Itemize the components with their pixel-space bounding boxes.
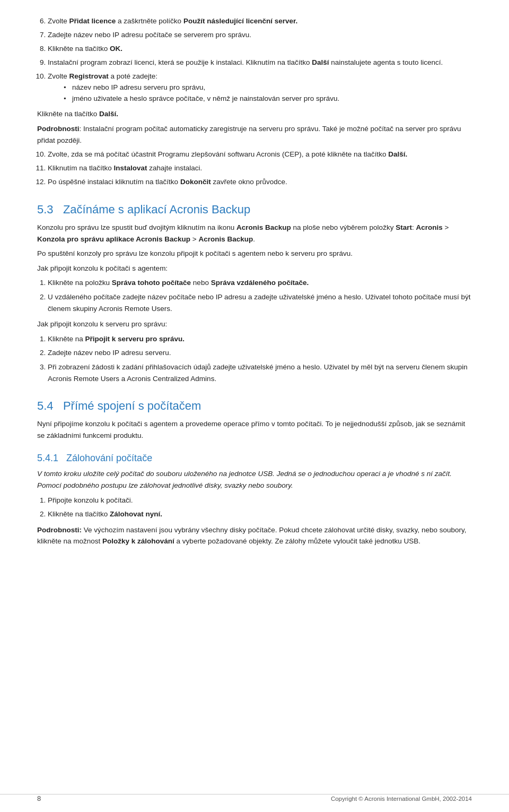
backup-step-1: Připojte konzolu k počítači. xyxy=(48,495,472,506)
bold-text: Použít následující licenční server. xyxy=(183,17,297,25)
list-item-6: Zvolte Přidat licence a zaškrtněte políč… xyxy=(48,16,472,27)
section-5-3-para-2: Po spuštění konzoly pro správu lze konzo… xyxy=(37,248,472,260)
main-numbered-list: Zvolte Přidat licence a zaškrtněte políč… xyxy=(48,16,472,104)
bold-text: Dokončit xyxy=(180,178,211,186)
section-5-3-connect-server-label: Jak připojit konzolu k serveru pro správ… xyxy=(37,318,472,330)
bold-text: Instalovat xyxy=(114,164,147,172)
section-5-3-para-1: Konzolu pro správu lze spustit buď dvoji… xyxy=(37,222,472,245)
connect-server-step-3: Při zobrazení žádosti k zadání přihlašov… xyxy=(48,361,472,384)
bold-text: Registrovat xyxy=(69,72,109,80)
list-item-10b: Zvolte, zda se má počítač účastnit Progr… xyxy=(48,149,472,160)
bullet-item: jméno uživatele a heslo správce počítače… xyxy=(64,93,472,105)
connect-agent-step-2: U vzdáleného počítače zadejte název počí… xyxy=(48,291,472,314)
connect-server-step-1: Klikněte na Připojit k serveru pro správ… xyxy=(48,333,472,345)
page-number: 8 xyxy=(37,794,41,802)
bold-text: Přidat licence xyxy=(69,17,116,25)
bullet-sublist: název nebo IP adresu serveru pro správu,… xyxy=(64,82,472,105)
connect-server-step-2: Zadejte název nebo IP adresu serveru. xyxy=(48,347,472,359)
bold-text: Další. xyxy=(388,150,407,158)
list-item-9: Instalační program zobrazí licenci, kter… xyxy=(48,57,472,68)
section-5-4-intro: Nyní připojíme konzolu k počítači s agen… xyxy=(37,418,472,441)
backup-steps: Připojte konzolu k počítači. Klikněte na… xyxy=(48,495,472,520)
section-5-3-connect-agent-label: Jak připojit konzolu k počítači s agente… xyxy=(37,263,472,274)
note-label: Podrobnosti xyxy=(37,125,80,133)
connect-agent-steps: Klikněte na položku Správa tohoto počíta… xyxy=(48,277,472,314)
bold-text: Další xyxy=(312,58,329,66)
bullet-item: název nebo IP adresu serveru pro správu, xyxy=(64,82,472,93)
paragraph-dalsi: Klikněte na tlačítko Další. xyxy=(37,108,472,120)
page-footer: 8 Copyright © Acronis International GmbH… xyxy=(0,794,509,802)
section-5-3-heading: 5.3 Začínáme s aplikací Acronis Backup xyxy=(37,203,472,217)
list-item-10: Zvolte Registrovat a poté zadejte: název… xyxy=(48,71,472,105)
section-5-4-heading: 5.4 Přímé spojení s počítačem xyxy=(37,399,472,413)
connect-agent-step-1: Klikněte na položku Správa tohoto počíta… xyxy=(48,277,472,289)
footer-copyright: Copyright © Acronis International GmbH, … xyxy=(41,796,472,802)
note-podrobnosti-2: Podrobnosti: Ve výchozím nastavení jsou … xyxy=(37,524,472,547)
list-item-12: Po úspěšné instalaci kliknutím na tlačít… xyxy=(48,177,472,188)
note-label-2: Podrobnosti: xyxy=(37,526,82,534)
list-item-8: Klikněte na tlačítko OK. xyxy=(48,44,472,55)
main-numbered-list-2: Zvolte, zda se má počítač účastnit Progr… xyxy=(48,149,472,188)
connect-server-steps: Klikněte na Připojit k serveru pro správ… xyxy=(48,333,472,384)
bold-text: OK. xyxy=(110,45,122,53)
list-item-11: Kliknutím na tlačítko Instalovat zahajte… xyxy=(48,163,472,174)
bold-text: Další. xyxy=(99,110,118,118)
section-5-4-1-heading: 5.4.1 Zálohování počítače xyxy=(37,453,472,464)
backup-step-2: Klikněte na tlačítko Zálohovat nyní. xyxy=(48,508,472,520)
page-content: Zvolte Přidat licence a zaškrtněte políč… xyxy=(0,0,509,582)
note-podrobnosti-1: Podrobnosti: Instalační program počítač … xyxy=(37,123,472,146)
list-item-7: Zadejte název nebo IP adresu počítače se… xyxy=(48,30,472,41)
section-5-4-1-intro: V tomto kroku uložíte celý počítač do so… xyxy=(37,468,472,491)
